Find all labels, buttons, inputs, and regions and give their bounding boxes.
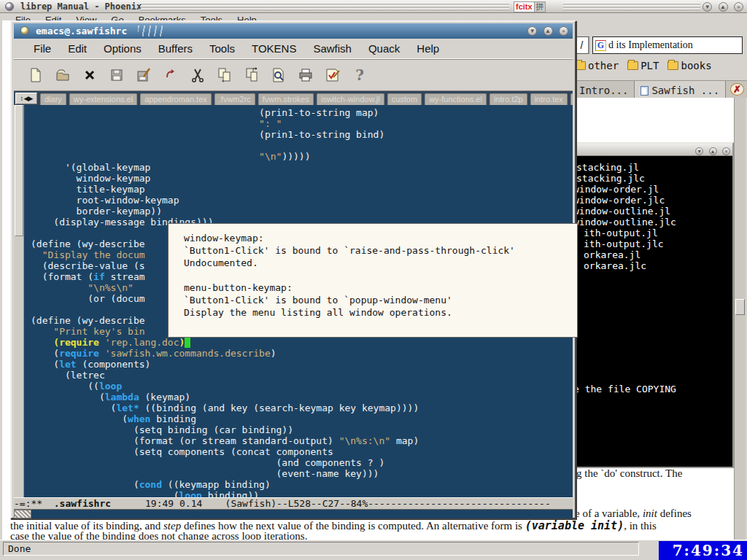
emacs-menu-item[interactable]: Options (104, 42, 142, 55)
browser-scrollbar[interactable] (734, 98, 746, 540)
browser-menu-item[interactable]: Tools (201, 15, 222, 20)
terminal-file-line: orkarea.jl (572, 249, 732, 260)
go-button[interactable]: / (575, 36, 589, 54)
close-window-icon[interactable]: × (734, 2, 743, 12)
terminal-file-line: stacking.jlc (572, 173, 732, 184)
emacs-menu-item[interactable]: File (34, 42, 51, 55)
text-line: (require 'rep.lang.doc) (31, 337, 573, 348)
unshade-window-icon[interactable]: ▲ (719, 2, 728, 12)
emacs-buffer-tab[interactable]: intro.t2p (489, 93, 527, 105)
emacs-menubar: FileEditOptionsBuffersToolsTOKENSSawfish… (14, 39, 573, 59)
open-folder-icon[interactable] (53, 64, 73, 86)
tab-scroll-buttons[interactable]: ↕ ◀▶ (15, 93, 37, 104)
text-line: (setq components (concat components (31, 446, 573, 457)
print-icon[interactable] (295, 64, 316, 86)
terminal-file-line: window-order.jl (572, 184, 732, 195)
close-window-icon[interactable]: × (722, 147, 730, 155)
bookmark-folder-books[interactable]: books (667, 60, 711, 71)
undo-icon[interactable] (160, 64, 181, 86)
emacs-menu-item[interactable]: Sawfish (313, 42, 352, 55)
emacs-buffer-tab[interactable]: intro.tex (530, 93, 568, 105)
emacs-buffer-tab[interactable]: wy-extensions.el (69, 93, 137, 105)
text-line: "\n"))))) (31, 151, 573, 162)
shade-window-icon[interactable]: ▼ (703, 2, 712, 12)
emacs-menu-item[interactable]: TOKENS (252, 42, 296, 55)
tab-scroll-updown-icon[interactable]: ↕ (20, 95, 23, 102)
terminal-file-line: window-order.jlc (572, 195, 732, 206)
emacs-menu-item[interactable]: Buffers (158, 42, 193, 55)
text-line: (loop binding)) (31, 490, 573, 497)
text-line: Undocumented. (184, 257, 577, 269)
paste-icon[interactable] (241, 64, 262, 86)
browser-menu-item[interactable]: Bookmarks (139, 15, 186, 20)
cut-icon[interactable] (187, 64, 208, 86)
emacs-buffer-tab[interactable]: wy-functions.el (425, 93, 487, 105)
help-icon[interactable]: ? (349, 64, 370, 86)
emacs-buffer-tab[interactable]: diary (40, 93, 66, 105)
tab-intro[interactable]: Intro... (573, 81, 635, 98)
browser-menu-item[interactable]: File (15, 15, 31, 20)
emacs-buffer-tab[interactable]: appendroman.tex (140, 93, 212, 105)
save-as-icon[interactable] (133, 64, 154, 86)
save-icon[interactable] (107, 64, 127, 86)
scrollbar-thumb[interactable] (735, 299, 745, 315)
terminal-output[interactable]: stacking.jlstacking.jlcwindow-order.jlwi… (572, 156, 732, 467)
emacs-menu-item[interactable]: Tools (209, 42, 235, 55)
search-input[interactable]: d its Implementation (608, 39, 693, 51)
emacs-buffer-tab[interactable]: custom (387, 93, 422, 105)
emacs-buffer-tab[interactable]: .fvwm2rc (214, 93, 255, 105)
search-box[interactable]: G d its Implementation (592, 36, 743, 54)
scrollbar-thumb[interactable] (15, 105, 23, 236)
keymap-help-popup: window-keymap:`Button1-Click' is bound t… (168, 223, 578, 338)
bookmark-folder-other[interactable]: other (575, 60, 619, 71)
browser-menu-item[interactable]: Go (111, 15, 123, 20)
search-icon[interactable] (268, 64, 289, 86)
emacs-buffer-tab[interactable]: fvwm.strokes (258, 93, 314, 105)
browser-titlebar[interactable]: librep Manual - Phoenix ▼ ▲ × (0, 0, 747, 13)
customize-icon[interactable] (322, 64, 343, 86)
text-line (184, 269, 577, 281)
terminal-window[interactable]: ▼ ▲ × stacking.jlstacking.jlcwindow-orde… (570, 142, 734, 468)
text-line: (letrec (31, 370, 573, 381)
text-line: (setq binding (car binding)) (31, 424, 573, 435)
shade-window-icon[interactable]: ▼ (695, 147, 703, 155)
unshade-window-icon[interactable]: ▲ (709, 147, 717, 155)
text-line: ": " (31, 118, 573, 129)
emacs-buffer-tab[interactable]: iswitch-window.jl (317, 93, 384, 105)
new-file-icon[interactable] (26, 64, 46, 86)
emacs-menu-item[interactable]: Quack (368, 42, 400, 55)
fcitx-indicator[interactable]: fcitx 拼 (514, 1, 546, 12)
emacs-echo-area[interactable] (14, 510, 573, 518)
close-tab-icon[interactable]: ✗ (730, 83, 744, 96)
unshade-window-icon[interactable]: ▲ (543, 26, 553, 36)
tab-scroll-leftright-icon[interactable]: ◀▶ (24, 95, 33, 102)
browser-menu-item[interactable]: View (76, 15, 96, 20)
emacs-titlebar[interactable]: emacs@.sawfishrc ▼ ▲ × (14, 23, 573, 39)
emacs-window-buttons: ▼ ▲ × (525, 26, 568, 39)
page-text-fragment: g the `do' construct. The (576, 467, 732, 480)
copy-icon[interactable] (214, 64, 235, 86)
browser-menu-item[interactable]: Help (237, 15, 257, 20)
text-line: (event-name key))) (31, 468, 573, 479)
text-line: Display the menu listing all window oper… (184, 306, 577, 319)
shade-window-icon[interactable]: ▼ (527, 26, 537, 36)
text-line: (let* ((binding (and key (search-keymap … (31, 402, 573, 413)
text-line: window-keymap: (184, 232, 577, 244)
text-line: title-keymap (31, 184, 573, 195)
emacs-menu-item[interactable]: Help (417, 42, 439, 55)
terminal-file-line: stacking.jl (572, 162, 732, 173)
close-window-icon[interactable]: × (559, 26, 568, 36)
emacs-scrollbar[interactable] (14, 105, 24, 497)
terminal-titlebar[interactable]: ▼ ▲ × (572, 144, 732, 156)
folder-icon (575, 61, 586, 70)
browser-menu-item[interactable]: Edit (45, 15, 61, 20)
emacs-toolbar: ? (14, 59, 573, 91)
tab-sawfish[interactable]: Sawfish ... (635, 81, 726, 98)
bookmark-folder-plt[interactable]: PLT (627, 60, 659, 71)
emacs-buffer-tab[interactable]: chinese.t2p (570, 93, 573, 105)
terminal-file-line: orkarea.jlc (572, 260, 732, 271)
text-line: menu-button-keymap: (184, 281, 577, 294)
close-buffer-icon[interactable] (80, 64, 100, 86)
text-line: (prin1-to-string bind) (31, 129, 573, 140)
emacs-menu-item[interactable]: Edit (68, 42, 87, 55)
